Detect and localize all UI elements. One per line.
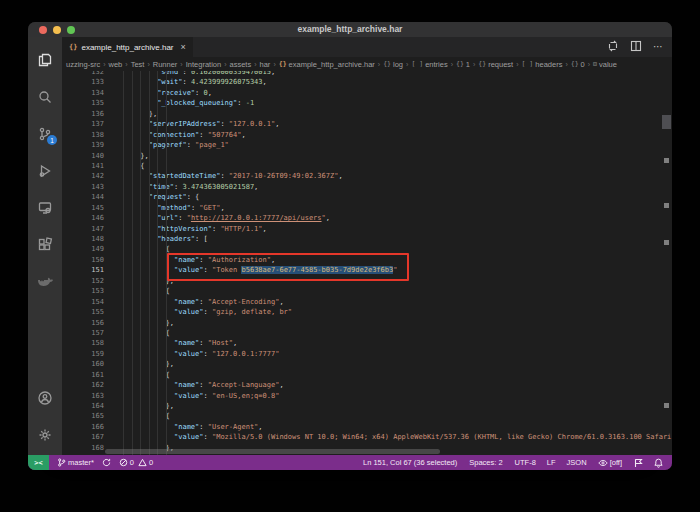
code-line-content[interactable]: "value": "127.0.0.1:7777" — [104, 349, 279, 359]
breadcrumb-item[interactable]: assets — [230, 60, 252, 69]
line-number[interactable]: 135 — [62, 98, 104, 108]
split-editor-icon[interactable] — [630, 38, 642, 56]
line-number[interactable]: 158 — [62, 338, 104, 348]
code-line[interactable]: 139 "pageref": "page_1" — [62, 140, 672, 150]
code-line[interactable]: 165 { — [62, 411, 672, 421]
horizontal-scrollbar[interactable] — [105, 449, 440, 454]
line-number[interactable]: 149 — [62, 244, 104, 254]
notifications-bell-icon[interactable] — [650, 458, 667, 468]
code-line[interactable]: 144 "request": { — [62, 192, 672, 202]
line-number[interactable]: 162 — [62, 380, 104, 390]
breadcrumb-item[interactable]: uzzing-src — [66, 60, 100, 69]
code-line[interactable]: 155 "value": "gzip, deflate, br" — [62, 307, 672, 317]
code-line[interactable]: 160 }, — [62, 359, 672, 369]
code-line[interactable]: 142 "startedDateTime": "2017-10-26T09:49… — [62, 171, 672, 181]
code-line[interactable]: 161 { — [62, 370, 672, 380]
line-number[interactable]: 157 — [62, 328, 104, 338]
line-number[interactable]: 151 — [62, 265, 104, 275]
code-line-content[interactable]: { — [104, 161, 145, 171]
line-number[interactable]: 137 — [62, 119, 104, 129]
breadcrumb-item[interactable]: Integration — [186, 60, 221, 69]
problems-status[interactable]: 0 0 — [115, 458, 157, 467]
line-number[interactable]: 143 — [62, 182, 104, 192]
code-line[interactable]: 138 "connection": "507764", — [62, 130, 672, 140]
line-number[interactable]: 148 — [62, 234, 104, 244]
code-line-content[interactable]: { — [104, 244, 170, 254]
code-line-content[interactable]: "connection": "507764", — [104, 130, 246, 140]
code-line[interactable]: 153 { — [62, 286, 672, 296]
line-number[interactable]: 167 — [62, 432, 104, 442]
breadcrumb-item[interactable]: har — [260, 60, 271, 69]
code-line[interactable]: 146 "url": "http://127.0.0.1:7777/api/us… — [62, 213, 672, 223]
window-titlebar[interactable]: example_http_archive.har — [28, 22, 672, 37]
code-line[interactable]: 164 }, — [62, 401, 672, 411]
code-line-content[interactable]: { — [104, 370, 170, 380]
tab-close-icon[interactable]: × — [181, 42, 186, 52]
line-number[interactable]: 161 — [62, 370, 104, 380]
code-line-content[interactable]: "name": "Accept-Language", — [104, 380, 284, 390]
more-actions-icon[interactable]: ⋯ — [653, 42, 664, 52]
run-and-debug-icon[interactable] — [28, 152, 62, 189]
line-number[interactable]: 153 — [62, 286, 104, 296]
code-line[interactable]: 167 "value": "Mozilla/5.0 (Windows NT 10… — [62, 432, 672, 442]
breadcrumb-item[interactable]: {}example_http_archive.har — [279, 60, 375, 69]
vertical-scrollbar[interactable] — [662, 115, 671, 129]
eol-status[interactable]: LF — [543, 458, 560, 467]
docker-icon[interactable] — [28, 263, 62, 300]
code-editor[interactable]: 132 "send": 0.16200000359470015,133 "wai… — [62, 71, 672, 455]
breadcrumb-item[interactable]: web — [109, 60, 123, 69]
code-line[interactable]: 136 }, — [62, 109, 672, 119]
line-number[interactable]: 139 — [62, 140, 104, 150]
breadcrumb-item[interactable]: [ ]entries — [411, 60, 447, 69]
line-number[interactable]: 155 — [62, 307, 104, 317]
code-line[interactable]: 154 "name": "Accept-Encoding", — [62, 297, 672, 307]
line-number[interactable]: 159 — [62, 349, 104, 359]
encoding-status[interactable]: UTF-8 — [511, 458, 540, 467]
code-line-content[interactable]: "url": "http://127.0.0.1:7777/api/users"… — [104, 213, 330, 223]
code-line[interactable]: 141 { — [62, 161, 672, 171]
line-number[interactable]: 146 — [62, 213, 104, 223]
code-line-content[interactable]: "name": "Accept-Encoding", — [104, 297, 284, 307]
line-number[interactable]: 138 — [62, 130, 104, 140]
screencast-status[interactable]: [off] — [594, 458, 626, 467]
breadcrumb-item[interactable]: {}log — [383, 60, 403, 69]
code-line[interactable]: 147 "httpVersion": "HTTP/1.1", — [62, 224, 672, 234]
code-line[interactable]: 140 }, — [62, 151, 672, 161]
line-number[interactable]: 165 — [62, 411, 104, 421]
feedback-icon[interactable] — [630, 458, 647, 468]
code-line-content[interactable]: "time": 3.474363005021587, — [104, 182, 258, 192]
zoom-window-button[interactable] — [67, 26, 75, 34]
code-line-content[interactable]: }, — [104, 318, 174, 328]
line-number[interactable]: 154 — [62, 297, 104, 307]
code-line-content[interactable]: "wait": 4.423999926075343, — [104, 77, 267, 87]
remote-explorer-icon[interactable] — [28, 189, 62, 226]
line-number[interactable]: 156 — [62, 318, 104, 328]
line-number[interactable]: 145 — [62, 203, 104, 213]
code-line[interactable]: 148 "headers": [ — [62, 234, 672, 244]
minimize-window-button[interactable] — [53, 26, 61, 34]
line-number[interactable]: 142 — [62, 171, 104, 181]
line-number[interactable]: 163 — [62, 391, 104, 401]
code-line[interactable]: 134 "receive": 0, — [62, 88, 672, 98]
cursor-position-status[interactable]: Ln 151, Col 67 (36 selected) — [359, 458, 461, 467]
code-line-content[interactable]: "serverIPAddress": "127.0.0.1", — [104, 119, 279, 129]
code-line-content[interactable]: "value": "en-US,en;q=0.8" — [104, 391, 279, 401]
line-number[interactable]: 141 — [62, 161, 104, 171]
close-window-button[interactable] — [39, 26, 47, 34]
code-line-content[interactable]: "httpVersion": "HTTP/1.1", — [104, 224, 267, 234]
code-line-content[interactable]: "_blocked_queueing": -1 — [104, 98, 254, 108]
line-number[interactable]: 136 — [62, 109, 104, 119]
code-line-content[interactable]: "value": "Mozilla/5.0 (Windows NT 10.0; … — [104, 432, 671, 442]
code-line[interactable]: 166 "name": "User-Agent", — [62, 422, 672, 432]
code-line-content[interactable]: }, — [104, 151, 149, 161]
line-number[interactable]: 140 — [62, 151, 104, 161]
language-mode-status[interactable]: JSON — [563, 458, 591, 467]
accounts-icon[interactable] — [28, 379, 62, 416]
code-line[interactable]: 145 "method": "GET", — [62, 203, 672, 213]
code-line[interactable]: 137 "serverIPAddress": "127.0.0.1", — [62, 119, 672, 129]
code-line[interactable]: 156 }, — [62, 318, 672, 328]
code-line-content[interactable]: { — [104, 286, 170, 296]
settings-gear-icon[interactable] — [28, 416, 62, 453]
code-line[interactable]: 133 "wait": 4.423999926075343, — [62, 77, 672, 87]
line-number[interactable]: 144 — [62, 192, 104, 202]
